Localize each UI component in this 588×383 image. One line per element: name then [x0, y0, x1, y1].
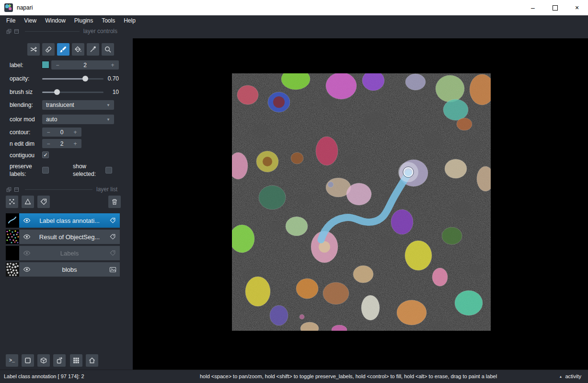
activity-button[interactable]: ▲ activity [559, 373, 581, 379]
layer-thumbnail [6, 262, 19, 277]
home-icon [88, 357, 96, 364]
roll-dims-icon [56, 357, 63, 364]
grid-view-button[interactable] [37, 354, 50, 367]
activity-label: activity [565, 373, 581, 379]
console-button[interactable]: >_ [6, 354, 18, 367]
shapes-icon [24, 198, 32, 206]
cube-icon [40, 357, 47, 364]
opacity-value: 0.70 [103, 75, 119, 82]
erase-button[interactable] [42, 43, 55, 56]
image-layer-icon [109, 266, 116, 273]
preserve-labels-checkbox[interactable] [42, 167, 49, 174]
fill-button[interactable] [72, 43, 84, 56]
ndisplay-toggle-button[interactable] [22, 354, 34, 367]
blobs-image [232, 73, 491, 331]
preserve-labels-label: preserve labels: [10, 163, 39, 178]
menu-window[interactable]: Window [41, 16, 70, 25]
contour-row-label: contour: [10, 129, 30, 136]
brush-size-value: 10 [103, 89, 119, 95]
grid-mode-button[interactable] [70, 354, 82, 367]
brush-size-slider-handle[interactable] [54, 89, 60, 95]
eraser-icon [45, 46, 52, 53]
maximize-button[interactable] [544, 0, 566, 15]
square-2d-icon [24, 357, 32, 364]
shuffle-icon [30, 46, 37, 53]
window-title: napari [17, 4, 33, 11]
color-mode-dropdown[interactable]: auto ▼ [42, 115, 114, 124]
n-edit-dim-spinbox: − 2 + [42, 139, 81, 148]
labels-layer-icon [109, 217, 116, 224]
minimize-button[interactable]: – [522, 0, 544, 15]
layer-name: Labels [29, 250, 110, 257]
layer-name: blobs [29, 266, 110, 273]
contiguous-row-label: contiguou [10, 152, 35, 159]
layer-row-labels[interactable]: Labels [6, 246, 120, 260]
n-edit-dim-row-label: n edit dim [10, 140, 35, 147]
home-button[interactable] [86, 354, 98, 367]
label-decrement-button[interactable]: − [51, 62, 64, 69]
label-value: 2 [64, 62, 106, 69]
delete-layer-button[interactable] [108, 196, 121, 208]
layer-list-title: layer list [96, 186, 117, 193]
label-color-swatch[interactable] [42, 61, 49, 69]
minimize-icon: – [531, 4, 535, 12]
zoom-pan-button[interactable] [102, 43, 114, 56]
close-button[interactable]: × [566, 0, 588, 15]
paintbrush-icon [59, 46, 67, 53]
n-edit-dim-decrement-button[interactable]: − [42, 140, 55, 147]
shuffle-colors-button[interactable] [27, 43, 40, 56]
label-row-label: label: [10, 62, 23, 69]
contour-value: 0 [55, 129, 69, 136]
brush-size-slider[interactable] [42, 89, 104, 95]
check-icon: ✓ [43, 152, 47, 158]
opacity-slider[interactable] [42, 75, 104, 82]
contour-decrement-button[interactable]: − [42, 129, 55, 136]
dock-menu-icon[interactable] [13, 186, 19, 192]
contour-spinbox: − 0 + [42, 128, 81, 137]
dock-float-icon[interactable] [6, 28, 12, 34]
new-labels-layer-button[interactable] [37, 196, 50, 208]
menu-bar: File View Window Plugins Tools Help [0, 15, 588, 26]
paint-button[interactable] [57, 43, 69, 56]
menu-file[interactable]: File [2, 16, 20, 25]
blending-dropdown[interactable]: translucent ▼ [42, 100, 114, 110]
opacity-slider-handle[interactable] [82, 76, 88, 81]
panel-header-divider [25, 189, 92, 190]
fill-bucket-icon [74, 46, 82, 53]
color-mode-row-label: color mod [10, 116, 40, 123]
new-shapes-layer-button[interactable] [22, 196, 34, 208]
status-coordinates: Label class annotation [ 97 174]: 2 [4, 373, 84, 379]
layer-name: Label class annotati... [29, 217, 110, 224]
magnifier-icon [104, 46, 112, 53]
show-selected-checkbox[interactable] [105, 167, 112, 174]
chevron-down-icon: ▼ [106, 117, 110, 122]
status-bar: Label class annotation [ 97 174]: 2 hold… [0, 370, 588, 383]
label-spinbox: − 2 + [51, 60, 119, 70]
n-edit-dim-increment-button[interactable]: + [69, 140, 81, 147]
pick-color-button[interactable] [87, 43, 99, 56]
layer-row-result-objectseg[interactable]: Result of ObjectSeg... [6, 230, 120, 244]
maximize-icon [553, 5, 558, 11]
transpose-dims-button[interactable] [53, 354, 66, 367]
color-picker-icon [89, 46, 97, 53]
panel-header-divider [25, 31, 80, 32]
blending-row-label: blending: [10, 102, 33, 108]
contiguous-checkbox[interactable]: ✓ [42, 151, 49, 158]
dock-menu-icon[interactable] [13, 28, 19, 34]
layer-name: Result of ObjectSeg... [29, 233, 110, 241]
menu-help[interactable]: Help [119, 16, 140, 25]
close-icon: × [575, 4, 579, 12]
menu-view[interactable]: View [20, 16, 41, 25]
new-points-layer-button[interactable] [6, 196, 18, 208]
menu-tools[interactable]: Tools [97, 16, 119, 25]
tag-icon [40, 198, 47, 206]
layer-row-label-class-annotation[interactable]: Label class annotati... [6, 213, 120, 228]
menu-plugins[interactable]: Plugins [70, 16, 97, 25]
viewer-canvas[interactable] [133, 38, 588, 370]
label-increment-button[interactable]: + [106, 62, 119, 69]
layer-row-blobs[interactable]: blobs [6, 262, 120, 277]
layer-list-header: layer list [6, 186, 117, 193]
contour-increment-button[interactable]: + [69, 129, 81, 136]
labels-layer-icon [109, 233, 116, 241]
dock-float-icon[interactable] [6, 186, 12, 192]
